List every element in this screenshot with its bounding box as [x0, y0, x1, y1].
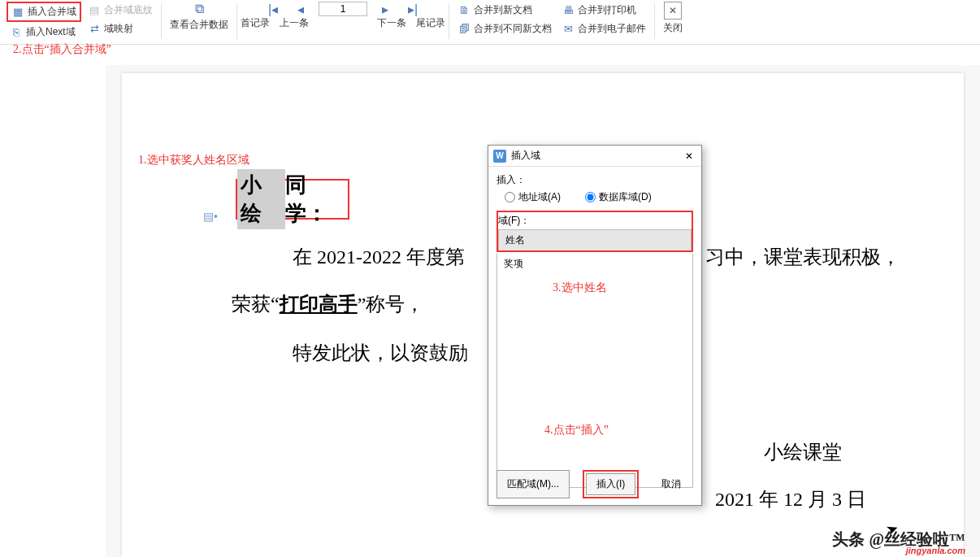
last-record-icon[interactable]: ▸|	[403, 2, 423, 16]
prev-record-icon[interactable]: ◂	[291, 2, 310, 16]
match-field-button[interactable]: 匹配域(M)...	[497, 470, 570, 498]
insert-label: 插入：	[497, 173, 693, 187]
doc-icon: 🗎	[457, 4, 470, 17]
merge-printer-button[interactable]: 🖶 合并到打印机	[558, 2, 649, 19]
radio-address[interactable]: 地址域(A)	[505, 190, 561, 204]
field-item-name[interactable]: 姓名	[498, 229, 692, 250]
last-record-label: 尾记录	[416, 16, 445, 30]
merge-field-shading-label: 合并域底纹	[104, 3, 153, 17]
watermark-sub: jingyanla.com	[906, 546, 965, 555]
dialog-titlebar[interactable]: W 插入域 ✕	[488, 146, 701, 167]
doc-line2: 荣获“打印高手”称号，	[232, 291, 424, 317]
insert-merge-field-button[interactable]: ▦ 插入合并域	[7, 2, 81, 22]
merge-new-doc-button[interactable]: 🗎 合并到新文档	[454, 2, 555, 19]
close-button[interactable]: ✕ 关闭	[658, 2, 687, 41]
email-icon: ✉	[562, 23, 575, 36]
annotation-4: 4.点击“插入”	[544, 423, 609, 437]
shading-icon: ▤	[88, 4, 101, 17]
abc-icon: ⧉	[189, 2, 209, 16]
first-record-label: 首记录	[241, 16, 270, 30]
merge-email-button[interactable]: ✉ 合并到电子邮件	[558, 20, 649, 37]
close-icon: ✕	[664, 2, 682, 20]
doc-line1-pre: 在 2021-2022 年度第	[293, 244, 465, 270]
field-mapping-label: 域映射	[104, 22, 133, 36]
annotation-2: 2.点击“插入合并域”	[13, 42, 111, 57]
annotation-3: 3.选中姓名	[553, 281, 607, 295]
annotation-1: 1.选中获奖人姓名区域	[138, 153, 249, 168]
field-icon: ▦	[11, 6, 24, 19]
view-merge-data-button[interactable]: ⧉ 查看合并数据	[165, 2, 233, 41]
dialog-title-text: 插入域	[511, 149, 540, 163]
merge-diff-doc-button[interactable]: 🗐 合并到不同新文档	[454, 20, 555, 37]
insert-next-field-button[interactable]: ⎘ 插入Next域	[7, 24, 81, 41]
record-number-input[interactable]	[319, 2, 367, 16]
next-record-label: 下一条	[377, 16, 406, 30]
docs-icon: 🗐	[457, 23, 470, 36]
insert-button-highlight: 插入(I)	[583, 470, 639, 498]
doc-line1-post: 习中，课堂表现积极，	[705, 244, 900, 270]
field-item-award[interactable]: 奖项	[497, 254, 692, 274]
radio-database-input[interactable]	[585, 192, 596, 202]
radio-database[interactable]: 数据库域(D)	[585, 190, 652, 204]
doc-footer2: 2021 年 12 月 3 日	[715, 486, 866, 512]
insert-merge-field-label: 插入合并域	[28, 5, 76, 19]
award-name: 打印高手	[280, 294, 358, 315]
next-record-icon[interactable]: ▸	[375, 2, 395, 16]
next-field-icon: ⎘	[10, 26, 23, 39]
insert-field-dialog: W 插入域 ✕ 插入： 地址域(A) 数据库域(D) 域(F)： 姓名 奖项 匹…	[488, 145, 702, 506]
doc-footer1: 小绘课堂	[764, 439, 842, 465]
wps-icon: W	[493, 150, 506, 163]
dialog-close-button[interactable]: ✕	[682, 149, 696, 163]
mail-merge-toolbar: ▦ 插入合并域 ⎘ 插入Next域 ▤ 合并域底纹 ⇄ 域映射 ⧉ 查看合并数据…	[0, 0, 980, 45]
insert-button[interactable]: 插入(I)	[586, 473, 635, 495]
insert-next-field-label: 插入Next域	[26, 25, 76, 39]
prev-record-label: 上一条	[280, 16, 309, 30]
first-record-icon[interactable]: |◂	[263, 2, 283, 16]
name-suffix: 同学：	[285, 171, 348, 228]
radio-address-input[interactable]	[505, 192, 515, 202]
selected-name-text[interactable]: 小绘	[237, 169, 285, 229]
printer-icon: 🖶	[562, 4, 575, 17]
name-selection-box: 小绘 同学：	[236, 179, 349, 220]
cancel-button[interactable]: 取消	[652, 470, 691, 498]
merge-field-shading-button: ▤ 合并域底纹	[85, 2, 156, 19]
field-list-label: 域(F)：	[498, 212, 692, 229]
field-mapping-button[interactable]: ⇄ 域映射	[85, 20, 156, 37]
doc-line3: 特发此状，以资鼓励	[293, 340, 468, 366]
mapping-icon: ⇄	[88, 23, 101, 36]
paragraph-mark-icon: ▤•	[203, 210, 218, 223]
